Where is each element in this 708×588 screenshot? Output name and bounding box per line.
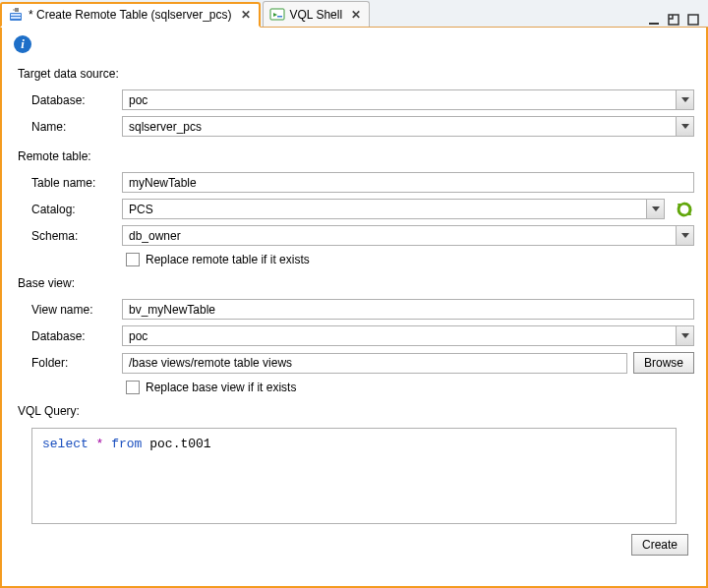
label-target-database: Database:: [31, 93, 116, 107]
svg-rect-1: [11, 14, 21, 16]
replace-remote-checkbox[interactable]: [126, 253, 140, 266]
svg-rect-9: [688, 15, 698, 25]
target-database-select[interactable]: poc: [122, 89, 694, 110]
svg-rect-7: [649, 23, 659, 25]
catalog-value: PCS: [123, 200, 646, 218]
label-schema: Schema:: [31, 229, 116, 243]
chevron-down-icon[interactable]: [676, 226, 693, 245]
vql-query-editor[interactable]: select * from poc.t001: [31, 428, 677, 524]
tab-label: VQL Shell: [290, 8, 343, 22]
label-catalog: Catalog:: [31, 203, 116, 216]
svg-rect-3: [15, 8, 19, 12]
chevron-down-icon[interactable]: [676, 117, 693, 136]
view-name-input[interactable]: [122, 299, 694, 320]
section-vql-title: VQL Query:: [18, 404, 694, 418]
schema-select[interactable]: db_owner: [122, 225, 694, 246]
info-icon[interactable]: i: [14, 35, 31, 53]
section-target-title: Target data source:: [18, 67, 694, 81]
svg-rect-8: [669, 15, 678, 25]
label-target-name: Name:: [31, 120, 116, 134]
svg-rect-4: [270, 9, 284, 20]
table-db-icon: [8, 7, 24, 23]
label-folder: Folder:: [31, 356, 116, 370]
refresh-icon[interactable]: [675, 200, 694, 219]
catalog-select[interactable]: PCS: [122, 199, 665, 219]
vql-rest: poc.t001: [142, 437, 210, 451]
svg-rect-2: [11, 17, 21, 19]
create-button[interactable]: Create: [631, 534, 688, 556]
replace-baseview-label: Replace base view if it exists: [146, 381, 296, 394]
baseview-database-select[interactable]: poc: [122, 325, 694, 346]
chevron-down-icon[interactable]: [676, 326, 693, 345]
replace-baseview-checkbox[interactable]: [126, 381, 140, 394]
chevron-down-icon[interactable]: [676, 90, 693, 109]
schema-value: db_owner: [123, 226, 676, 245]
label-view-name: View name:: [31, 303, 116, 317]
target-database-value: poc: [123, 90, 676, 109]
target-name-value: sqlserver_pcs: [123, 117, 676, 136]
label-baseview-database: Database:: [31, 329, 116, 343]
maximize-icon[interactable]: [667, 13, 680, 27]
replace-remote-label: Replace remote table if it exists: [146, 253, 310, 266]
restore-icon[interactable]: [686, 13, 700, 27]
tab-create-remote-table[interactable]: * Create Remote Table (sqlserver_pcs) ✕: [0, 2, 261, 28]
vql-kw-select: select: [42, 437, 88, 451]
section-remote-title: Remote table:: [18, 149, 694, 163]
table-name-input[interactable]: [122, 172, 694, 193]
close-icon[interactable]: ✕: [241, 8, 251, 22]
vql-shell-icon: [269, 7, 285, 23]
folder-input[interactable]: [122, 353, 627, 374]
baseview-database-value: poc: [123, 326, 676, 345]
vql-kw-from: from: [111, 437, 142, 451]
vql-star: *: [88, 437, 111, 451]
target-name-select[interactable]: sqlserver_pcs: [122, 116, 694, 137]
svg-rect-6: [277, 16, 282, 18]
browse-button[interactable]: Browse: [633, 352, 694, 374]
close-icon[interactable]: ✕: [351, 8, 361, 22]
tab-vql-shell[interactable]: VQL Shell ✕: [263, 1, 371, 27]
chevron-down-icon[interactable]: [646, 200, 664, 218]
tab-label: * Create Remote Table (sqlserver_pcs): [29, 8, 232, 22]
minimize-icon[interactable]: [647, 13, 661, 27]
label-table-name: Table name:: [31, 176, 116, 190]
section-baseview-title: Base view:: [18, 276, 694, 290]
